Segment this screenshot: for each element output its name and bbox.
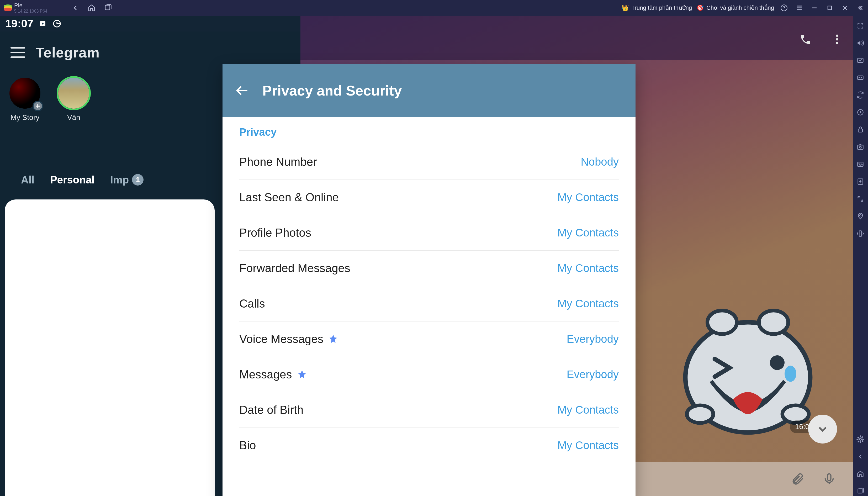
chat-header-shade	[300, 16, 853, 60]
call-icon[interactable]	[798, 31, 814, 47]
bs-recents-icon[interactable]	[856, 486, 865, 496]
svg-rect-20	[858, 489, 862, 493]
privacy-row-profile-photos[interactable]: Profile PhotosMy Contacts	[239, 215, 619, 251]
shake-icon[interactable]	[856, 229, 865, 238]
privacy-row-forwarded-messages[interactable]: Forwarded MessagesMy Contacts	[239, 251, 619, 286]
svg-point-17	[859, 215, 861, 216]
svg-rect-6	[858, 58, 863, 62]
svg-point-30	[770, 355, 785, 370]
row-label: Bio	[239, 439, 256, 452]
story-label: Văn	[67, 113, 80, 122]
privacy-row-date-of-birth[interactable]: Date of BirthMy Contacts	[239, 392, 619, 428]
lock-cursor-icon[interactable]	[856, 125, 865, 134]
contact-story[interactable]: Văn	[57, 76, 91, 122]
row-value: My Contacts	[557, 297, 619, 310]
help-icon[interactable]	[779, 3, 789, 13]
tab-all[interactable]: All	[21, 174, 34, 186]
home-nav-icon[interactable]	[87, 3, 96, 12]
privacy-row-voice-messages[interactable]: Voice MessagesEverybody	[239, 322, 619, 357]
bs-back-icon[interactable]	[856, 452, 865, 461]
maximize-icon[interactable]	[824, 3, 835, 13]
row-label: Phone Number	[239, 155, 317, 169]
privacy-rows: Phone NumberNobodyLast Seen & OnlineMy C…	[222, 144, 635, 463]
row-value: My Contacts	[557, 191, 619, 204]
svg-rect-5	[828, 6, 832, 10]
row-label: Date of Birth	[239, 403, 304, 417]
row-value: Nobody	[581, 156, 619, 168]
svg-rect-11	[858, 129, 863, 132]
row-value: Everybody	[567, 368, 619, 381]
story-label: My Story	[11, 113, 40, 122]
fullscreen-icon[interactable]	[856, 21, 865, 30]
row-label: Profile Photos	[239, 226, 311, 239]
back-nav-icon[interactable]	[71, 3, 80, 12]
screenshot-icon[interactable]	[856, 142, 865, 152]
controls-icon[interactable]	[856, 73, 865, 82]
google-status-icon	[52, 19, 62, 28]
location-icon[interactable]	[856, 212, 865, 221]
gallery-icon[interactable]	[856, 159, 865, 169]
play-win-button[interactable]: 🎯 Chơi và giành chiến thắng	[697, 4, 774, 11]
my-story[interactable]: + My Story	[8, 76, 42, 122]
tab-personal[interactable]: Personal	[50, 174, 94, 186]
svg-point-23	[836, 35, 838, 37]
attach-icon[interactable]	[790, 471, 806, 487]
menu-icon[interactable]	[794, 3, 805, 13]
svg-rect-18	[859, 231, 862, 236]
app-name: Pie	[14, 2, 47, 9]
bluestacks-rightbar	[853, 16, 868, 496]
premium-star-icon	[296, 369, 308, 380]
tab-imp[interactable]: Imp1	[110, 174, 143, 186]
row-value: My Contacts	[557, 227, 619, 239]
premium-star-icon	[328, 333, 339, 345]
svg-rect-3	[105, 5, 110, 10]
privacy-row-calls[interactable]: CallsMy Contacts	[239, 286, 619, 322]
close-icon[interactable]	[840, 3, 850, 13]
scroll-down-button[interactable]	[808, 415, 837, 444]
bs-home-icon[interactable]	[856, 469, 865, 479]
row-label: Last Seen & Online	[239, 191, 339, 204]
privacy-row-bio[interactable]: BioMy Contacts	[239, 428, 619, 463]
svg-point-25	[836, 42, 838, 44]
rewards-button[interactable]: 👑 Trung tâm phần thưởng	[621, 4, 692, 11]
back-icon[interactable]	[234, 83, 250, 98]
collapse-icon[interactable]	[855, 3, 865, 13]
crown-icon: 👑	[621, 4, 629, 11]
status-time: 19:07	[5, 17, 33, 30]
row-value: My Contacts	[557, 404, 619, 416]
clock-icon[interactable]	[856, 108, 865, 117]
row-value: My Contacts	[557, 439, 619, 452]
tab-badge: 1	[132, 174, 143, 186]
row-label: Forwarded Messages	[239, 262, 350, 275]
settings-icon[interactable]	[856, 435, 865, 444]
keymap-icon[interactable]	[856, 56, 865, 65]
row-label: Voice Messages	[239, 332, 339, 346]
chat-header-icons	[798, 31, 845, 47]
sync-icon[interactable]	[856, 90, 865, 100]
privacy-row-messages[interactable]: MessagesEverybody	[239, 357, 619, 392]
emulator-viewport: 19:07 Telegram + My Story Văn All Person…	[0, 16, 853, 496]
volume-icon[interactable]	[856, 38, 865, 48]
install-apk-icon[interactable]	[856, 177, 865, 186]
svg-rect-7	[858, 76, 863, 79]
rewards-label: Trung tâm phần thưởng	[631, 4, 692, 11]
hamburger-icon[interactable]	[11, 47, 25, 58]
row-value: Everybody	[567, 333, 619, 345]
row-label: Messages	[239, 368, 308, 381]
svg-point-15	[859, 163, 860, 164]
app-status-icon	[38, 19, 47, 28]
minimize-icon[interactable]	[809, 3, 820, 13]
privacy-row-last-seen-online[interactable]: Last Seen & OnlineMy Contacts	[239, 180, 619, 215]
dialog-title: Privacy and Security	[263, 82, 402, 99]
privacy-row-phone-number[interactable]: Phone NumberNobody	[239, 144, 619, 180]
rotate-icon[interactable]	[856, 194, 865, 204]
stories-row: + My Story Văn	[8, 76, 91, 122]
dialog-header: Privacy and Security	[222, 64, 635, 117]
recents-nav-icon[interactable]	[104, 3, 112, 12]
more-icon[interactable]	[829, 31, 845, 47]
target-icon: 🎯	[697, 4, 704, 11]
row-label: Calls	[239, 297, 265, 310]
mic-icon[interactable]	[821, 471, 837, 487]
svg-point-13	[859, 146, 862, 148]
privacy-dialog: Privacy and Security Privacy Phone Numbe…	[222, 64, 635, 496]
